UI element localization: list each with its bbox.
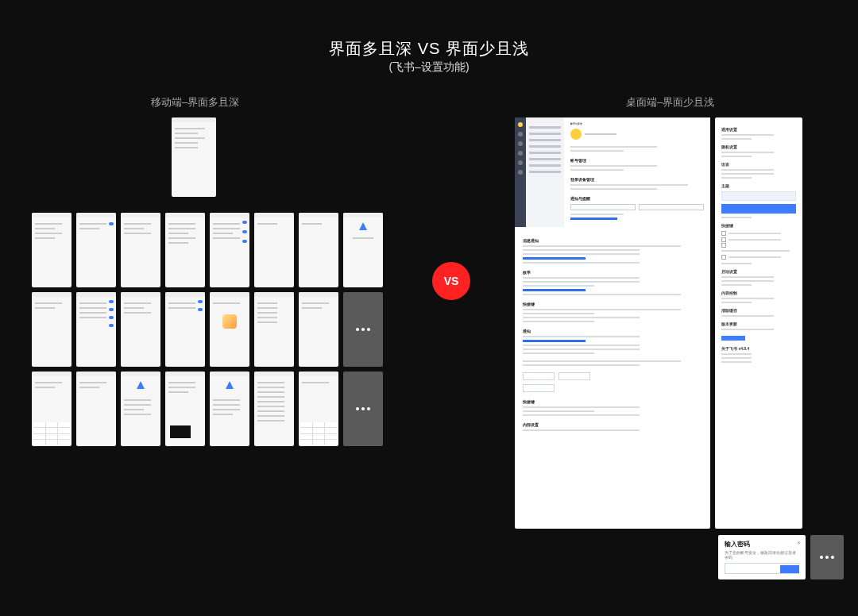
page-subtitle: (飞书–设置功能) — [0, 60, 858, 75]
tag-chip[interactable] — [558, 372, 590, 380]
settings-nav — [526, 117, 564, 227]
link[interactable] — [523, 257, 586, 260]
close-icon[interactable]: × — [797, 539, 801, 546]
section-title: 帐号与安全 — [570, 122, 704, 125]
mobile-screen — [299, 292, 338, 367]
user-avatar-icon — [570, 129, 582, 140]
desktop-column-label: 桌面端–界面少且浅 — [626, 95, 714, 110]
desktop-settings-panel: 通用设置 隐私设置 语言 主题 快捷键 启动设置 内容控制 清除缓存 版本更新 … — [715, 117, 802, 529]
mobile-screen — [121, 372, 160, 446]
section-title: 快捷键 — [721, 223, 796, 228]
mobile-column-label: 移动端–界面多且深 — [151, 95, 239, 110]
mobile-screen — [210, 372, 249, 446]
mobile-screens-grid — [32, 213, 389, 446]
mobile-screen — [165, 292, 205, 367]
mobile-screen-keypad — [32, 372, 72, 446]
section-title: 快捷键 — [523, 399, 702, 404]
section-title: 通知 — [523, 329, 702, 333]
theme-option-light[interactable] — [721, 191, 796, 201]
vs-badge: VS — [432, 262, 470, 300]
mobile-screen — [121, 213, 160, 287]
section-title: 消息通知 — [523, 238, 702, 243]
section-title: 帐号管理 — [570, 158, 704, 163]
link[interactable] — [523, 289, 586, 291]
section-title: 清除缓存 — [721, 308, 796, 313]
desktop-more-indicator — [810, 535, 844, 579]
mobile-screen — [165, 372, 205, 446]
tag-chip[interactable] — [523, 372, 555, 380]
section-title: 主题 — [721, 183, 796, 188]
section-title: 通用设置 — [721, 127, 796, 132]
checkbox[interactable] — [721, 237, 726, 242]
mobile-screen — [210, 292, 249, 367]
mobile-screen-root — [172, 117, 216, 197]
mobile-screen — [254, 213, 294, 287]
section-title: 快捷键 — [523, 302, 702, 306]
page-title: 界面多且深 VS 界面少且浅 — [0, 38, 858, 60]
section-title: 版本更新 — [721, 321, 796, 326]
section-title: 内容控制 — [721, 291, 796, 295]
mobile-screen — [165, 213, 205, 287]
preview-thumbnail — [170, 425, 191, 438]
mobile-screen — [254, 372, 294, 446]
tag-chip[interactable] — [523, 384, 555, 392]
rail-icon — [518, 160, 523, 165]
settings-content: 帐号与安全 帐号管理 登录设备管理 通知与提醒 — [564, 117, 710, 227]
mobile-more-indicator — [343, 292, 383, 367]
app-rail — [515, 117, 526, 227]
rail-icon — [518, 170, 523, 175]
section-title: 内部设置 — [523, 422, 702, 427]
option-card[interactable] — [639, 204, 704, 210]
option-card[interactable] — [570, 204, 636, 210]
section-title: 语言 — [721, 162, 796, 167]
illustration-icon — [222, 314, 237, 329]
section-title: 效率 — [523, 270, 702, 275]
checkbox[interactable] — [721, 231, 726, 236]
mobile-screen — [299, 213, 338, 287]
mobile-screen — [121, 292, 160, 367]
rail-icon — [518, 132, 523, 137]
link[interactable] — [570, 218, 617, 220]
confirm-button[interactable] — [780, 565, 799, 573]
theme-option-selected[interactable] — [721, 204, 796, 214]
rail-icon — [518, 151, 523, 156]
dialog-title: 输入密码 — [725, 540, 799, 549]
desktop-settings-window: 帐号与安全 帐号管理 登录设备管理 通知与提醒 消息通知 效率 快捷键 通知 — [515, 117, 710, 529]
app-logo-icon — [226, 381, 234, 389]
option-row — [570, 204, 704, 210]
rail-avatar-icon — [518, 122, 523, 127]
mobile-screen-keypad — [299, 372, 338, 446]
mobile-more-indicator — [343, 372, 383, 446]
mobile-screen — [32, 213, 72, 287]
mobile-screen — [343, 213, 383, 287]
password-dialog: × 输入密码 为了您的帐号安全，修改前请先验证登录密码 — [718, 535, 806, 579]
section-title: 通知与提醒 — [570, 196, 704, 201]
mobile-screen — [254, 292, 294, 367]
checkbox[interactable] — [721, 243, 726, 248]
mobile-screen — [76, 292, 116, 367]
desktop-screens: 帐号与安全 帐号管理 登录设备管理 通知与提醒 消息通知 效率 快捷键 通知 — [515, 117, 802, 529]
app-logo-icon — [137, 381, 145, 389]
mobile-screen — [76, 213, 116, 287]
mobile-screen — [32, 292, 72, 367]
link[interactable] — [523, 340, 586, 342]
update-badge[interactable] — [721, 336, 745, 341]
section-title: 登录设备管理 — [570, 177, 704, 182]
checkbox[interactable] — [721, 255, 726, 260]
app-logo-icon — [359, 222, 367, 230]
rail-icon — [518, 141, 523, 146]
mobile-screen — [210, 213, 249, 287]
section-title: 启动设置 — [721, 269, 796, 274]
dialog-hint: 为了您的帐号安全，修改前请先验证登录密码 — [725, 550, 799, 560]
section-title: 关于飞书 v4.8.4 — [721, 346, 796, 351]
section-title: 隐私设置 — [721, 144, 796, 149]
mobile-screen — [76, 372, 116, 446]
comparison-canvas: 界面多且深 VS 界面少且浅 (飞书–设置功能) 移动端–界面多且深 桌面端–界… — [0, 0, 858, 616]
